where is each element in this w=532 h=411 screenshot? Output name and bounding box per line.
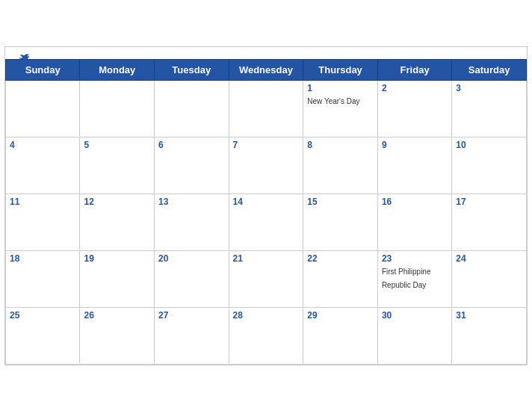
calendar-cell: 4 — [6, 137, 80, 194]
calendar-cell: 10 — [452, 137, 527, 194]
day-number: 5 — [84, 140, 150, 150]
calendar-cell — [80, 80, 155, 137]
week-row-2: 45678910 — [6, 137, 527, 194]
calendar-cell: 5 — [80, 137, 155, 194]
day-number: 19 — [84, 253, 150, 264]
calendar-cell: 20 — [154, 250, 229, 307]
calendar-cell: 15 — [303, 194, 378, 250]
day-number: 21 — [233, 253, 300, 264]
logo — [17, 53, 32, 64]
day-number: 24 — [456, 253, 522, 264]
day-number: 8 — [307, 140, 374, 150]
day-number: 10 — [456, 140, 522, 150]
calendar-cell: 23First Philippine Republic Day — [377, 250, 451, 307]
week-row-5: 25262728293031 — [6, 307, 527, 364]
day-number: 27 — [158, 310, 225, 321]
calendar-cell: 27 — [154, 307, 229, 364]
day-number: 12 — [84, 197, 150, 207]
weekday-header-saturday: Saturday — [452, 59, 527, 80]
calendar-cell: 21 — [229, 250, 303, 307]
calendar-cell: 16 — [377, 194, 451, 250]
day-number: 1 — [307, 83, 374, 93]
calendar-cell: 14 — [229, 194, 303, 250]
calendar-cell: 9 — [377, 137, 451, 194]
calendar-cell: 29 — [303, 307, 378, 364]
holiday-name: New Year's Day — [307, 97, 359, 105]
day-number: 29 — [307, 310, 374, 321]
calendar-cell: 1New Year's Day — [303, 80, 378, 137]
week-row-1: 1New Year's Day23 — [6, 80, 527, 137]
day-number: 11 — [10, 197, 75, 207]
week-row-4: 181920212223First Philippine Republic Da… — [6, 250, 527, 307]
holiday-name: First Philippine Republic Day — [382, 268, 431, 289]
calendar-cell: 3 — [452, 80, 527, 137]
day-number: 20 — [158, 253, 225, 264]
calendar-cell: 25 — [6, 307, 80, 364]
week-row-3: 11121314151617 — [6, 194, 527, 250]
weekday-header-friday: Friday — [377, 59, 451, 80]
day-number: 2 — [382, 83, 448, 93]
calendar-cell — [6, 80, 80, 137]
day-number: 4 — [10, 140, 75, 150]
calendar: SundayMondayTuesdayWednesdayThursdayFrid… — [4, 46, 528, 365]
day-number: 3 — [456, 83, 522, 93]
calendar-table: SundayMondayTuesdayWednesdayThursdayFrid… — [5, 59, 527, 365]
calendar-cell — [154, 80, 229, 137]
calendar-cell: 28 — [229, 307, 303, 364]
day-number: 14 — [233, 197, 300, 207]
day-number: 17 — [456, 197, 522, 207]
day-number: 18 — [10, 253, 75, 264]
day-number: 30 — [382, 310, 448, 321]
calendar-cell: 11 — [6, 194, 80, 250]
day-number: 25 — [10, 310, 75, 321]
weekday-header-tuesday: Tuesday — [154, 59, 229, 80]
day-number: 31 — [456, 310, 522, 321]
logo-bird-icon — [17, 53, 31, 64]
weekday-header-thursday: Thursday — [303, 59, 378, 80]
logo-blue — [17, 53, 32, 64]
day-number: 13 — [158, 197, 225, 207]
day-number: 22 — [307, 253, 374, 264]
day-number: 15 — [307, 197, 374, 207]
calendar-header — [5, 47, 527, 59]
calendar-cell: 12 — [80, 194, 155, 250]
calendar-cell: 2 — [377, 80, 451, 137]
calendar-cell: 31 — [452, 307, 527, 364]
calendar-body: 1New Year's Day2345678910111213141516171… — [6, 80, 527, 364]
day-number: 6 — [158, 140, 225, 150]
calendar-cell: 22 — [303, 250, 378, 307]
day-number: 28 — [233, 310, 300, 321]
calendar-cell: 6 — [154, 137, 229, 194]
calendar-cell: 24 — [452, 250, 527, 307]
calendar-cell: 13 — [154, 194, 229, 250]
calendar-cell: 26 — [80, 307, 155, 364]
weekday-header-row: SundayMondayTuesdayWednesdayThursdayFrid… — [6, 59, 527, 80]
calendar-cell: 19 — [80, 250, 155, 307]
day-number: 16 — [382, 197, 448, 207]
day-number: 23 — [382, 253, 448, 264]
calendar-cell: 18 — [6, 250, 80, 307]
calendar-cell: 7 — [229, 137, 303, 194]
weekday-header-monday: Monday — [80, 59, 155, 80]
calendar-cell: 30 — [377, 307, 451, 364]
calendar-cell: 17 — [452, 194, 527, 250]
calendar-cell — [229, 80, 303, 137]
calendar-cell: 8 — [303, 137, 378, 194]
weekday-header-wednesday: Wednesday — [229, 59, 303, 80]
day-number: 9 — [382, 140, 448, 150]
day-number: 26 — [84, 310, 150, 321]
day-number: 7 — [233, 140, 300, 150]
